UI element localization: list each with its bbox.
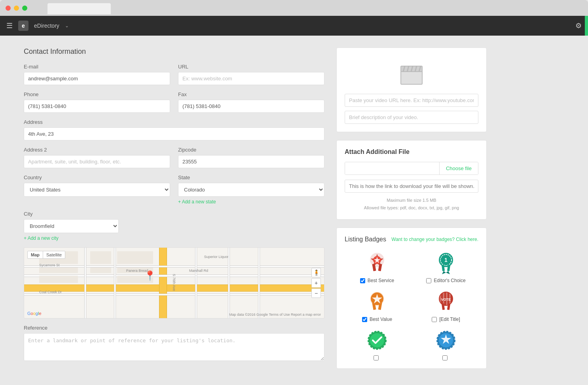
badge-best-service-checkbox[interactable] (360, 278, 365, 283)
country-select[interactable]: United States Canada United Kingdom Aust… (24, 183, 170, 197)
listing-badges-card: Listing Badges Want to change your badge… (336, 228, 487, 369)
map-attribution: Map data ©2016 Google Terms of Use Repor… (229, 313, 321, 317)
reference-label: Reference (24, 325, 324, 331)
badge-6-icon (434, 328, 458, 352)
city-group: City Broomfield Denver Boulder + Add a n… (24, 211, 119, 241)
file-input-row: Choose file (345, 162, 478, 175)
badge-5-icon (365, 328, 389, 352)
right-panel: Attach Additional File Choose file Maxim… (336, 47, 487, 377)
add-city-link[interactable]: + Add a new city (24, 235, 119, 241)
address2-label: Address 2 (24, 147, 170, 153)
address-row: Address (24, 119, 324, 140)
badge-best-value-checkbox[interactable] (362, 317, 367, 322)
badge-6-checkbox[interactable] (442, 355, 448, 360)
reference-textarea[interactable] (24, 333, 324, 361)
window-chrome (0, 0, 588, 16)
window-btn-green[interactable] (22, 6, 27, 11)
attach-file-card: Attach Additional File Choose file Maxim… (336, 140, 487, 220)
svg-marker-20 (446, 271, 450, 274)
map-pin: 📍 (144, 270, 156, 281)
badge-editors-choice-checkbox[interactable] (426, 278, 431, 283)
fax-input[interactable] (178, 100, 324, 113)
badge-best-service-icon (365, 251, 389, 275)
map-tab-map[interactable]: Map (28, 251, 43, 258)
city-label: City (24, 211, 119, 217)
hamburger-icon[interactable]: ☰ (6, 21, 13, 30)
badge-edit-title-check-row: [Edit Title] (432, 317, 460, 322)
svg-text:1: 1 (444, 257, 448, 263)
email-input[interactable] (24, 72, 170, 85)
badges-header: Listing Badges Want to change your badge… (345, 236, 478, 243)
city-select[interactable]: Broomfield Denver Boulder (24, 219, 119, 233)
badges-change-link[interactable]: Want to change your badges? Click here. (391, 237, 478, 242)
nav-chevron-icon[interactable]: ⌄ (65, 23, 69, 28)
badge-edit-title-icon: VOTE (434, 290, 458, 313)
map-controls: 🧍 + − (311, 268, 321, 298)
map-zoom-in-btn[interactable]: + (311, 278, 321, 288)
badge-best-value-icon (365, 290, 389, 313)
url-group: URL (178, 64, 324, 85)
choose-file-button[interactable]: Choose file (439, 162, 478, 174)
map-zoom-out-btn[interactable]: − (311, 288, 321, 298)
email-url-row: E-mail URL (24, 64, 324, 85)
state-select[interactable]: Colorado California New York Texas (178, 183, 324, 197)
badge-best-service-label: Best Service (368, 278, 394, 283)
zipcode-label: Zipcode (178, 147, 324, 153)
badge-best-value-label: Best Value (370, 317, 392, 322)
city-row: City Broomfield Denver Boulder + Add a n… (24, 211, 324, 241)
video-card (336, 47, 487, 132)
add-state-link[interactable]: + Add a new state (178, 199, 324, 205)
badge-editors-choice-icon: 1 (434, 251, 458, 275)
badge-best-value-check-row: Best Value (362, 317, 392, 322)
badge-6 (413, 328, 478, 360)
nav-left: ☰ e eDirectory ⌄ (6, 21, 69, 31)
map-person-icon[interactable]: 🧍 (311, 268, 321, 277)
svg-text:VOTE: VOTE (441, 298, 451, 302)
window-btn-red[interactable] (6, 6, 11, 11)
badge-best-service: Best Service (345, 251, 410, 283)
map-tab-satellite[interactable]: Satellite (43, 251, 65, 258)
reference-section: Reference (24, 325, 324, 362)
address-label: Address (24, 119, 324, 125)
file-input-field[interactable] (345, 162, 439, 174)
state-group: State Colorado California New York Texas… (178, 174, 324, 205)
badge-editors-choice-check-row: Editor's Choice (426, 278, 465, 283)
zipcode-input[interactable] (178, 155, 324, 168)
window-btn-yellow[interactable] (14, 6, 19, 11)
address2-input[interactable] (24, 155, 170, 168)
file-info: Maximum file size 1.5 MB Allowed file ty… (345, 197, 478, 211)
url-label: URL (178, 64, 324, 70)
phone-label: Phone (24, 91, 170, 97)
phone-input[interactable] (24, 100, 170, 113)
main-content: Contact Information E-mail URL Phone (0, 36, 588, 385)
country-label: Country (24, 174, 170, 180)
window-tab[interactable] (47, 3, 111, 14)
video-url-input[interactable] (345, 94, 478, 107)
file-link-input[interactable] (345, 180, 478, 193)
address-input[interactable] (24, 127, 324, 140)
fax-label: Fax (178, 91, 324, 97)
badge-6-check-row (442, 355, 450, 360)
badge-5 (345, 328, 410, 360)
badge-5-checkbox[interactable] (374, 355, 379, 360)
badges-title: Listing Badges (345, 236, 386, 243)
svg-marker-19 (442, 271, 446, 274)
badge-editors-choice-label: Editor's Choice (434, 278, 465, 283)
badge-edit-title-checkbox[interactable] (432, 317, 437, 322)
gear-icon[interactable]: ⚙ (575, 21, 582, 30)
top-nav: ☰ e eDirectory ⌄ ⚙ (0, 16, 588, 36)
attach-title: Attach Additional File (345, 148, 478, 156)
map-google-logo: Google (27, 311, 42, 316)
zipcode-group: Zipcode (178, 147, 324, 168)
badge-editors-choice: 1 Editor's Choice (413, 251, 478, 283)
video-description-input[interactable] (345, 111, 478, 124)
state-label: State (178, 174, 324, 180)
badge-edit-title: VOTE [Edit Title] (413, 290, 478, 322)
address2-group: Address 2 (24, 147, 170, 168)
url-input[interactable] (178, 72, 324, 85)
country-group: Country United States Canada United King… (24, 174, 170, 205)
badge-5-check-row (374, 355, 381, 360)
video-icon-area (345, 56, 478, 94)
map-placeholder: S 76th Ave Coal Creek Dr Sycamore St Sup… (24, 248, 324, 318)
map-tab-bar: Map Satellite (27, 251, 65, 259)
